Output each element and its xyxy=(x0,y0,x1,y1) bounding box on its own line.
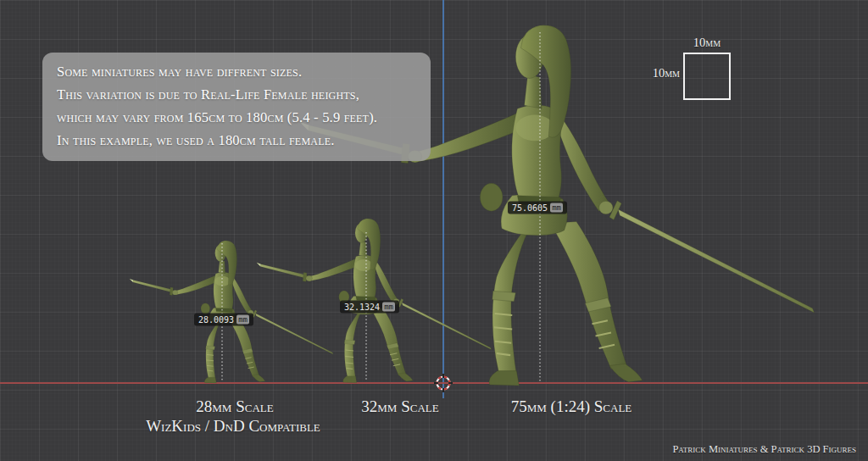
measurement-value: 32.1324 xyxy=(344,303,380,312)
reference-square-side-label: 10mm xyxy=(637,66,680,81)
measurement-unit: mm xyxy=(236,315,249,325)
measurement-unit: mm xyxy=(550,203,563,213)
scale-title-75mm: 75mm (1:24) Scale xyxy=(461,397,682,416)
info-line-3: which may vary from 165cm to 180cm (5.4 … xyxy=(57,106,416,129)
measurement-value: 28.0093 xyxy=(198,315,234,325)
3d-cursor-icon xyxy=(434,374,453,392)
scale-subtitle-28mm: WizKids / DnD Compatible xyxy=(106,417,360,436)
measurement-label-28mm: 28.0093 mm xyxy=(194,314,253,326)
info-line-2: This variation is due to Real-Life Femal… xyxy=(57,83,416,106)
measurement-unit: mm xyxy=(382,303,395,312)
3d-viewport[interactable]: Some miniatures may have diffrent sizes.… xyxy=(0,0,868,461)
scale-title-28mm: 28mm Scale xyxy=(150,397,320,416)
info-line-4: In this example, we used a 180cm tall fe… xyxy=(57,129,416,152)
reference-square-10mm xyxy=(683,53,731,100)
reference-square-top-label: 10mm xyxy=(683,36,731,50)
miniature-figure-28mm[interactable] xyxy=(130,241,333,383)
info-box: Some miniatures may have diffrent sizes.… xyxy=(42,53,431,161)
scale-title-32mm: 32mm Scale xyxy=(315,397,485,416)
measurement-label-32mm: 32.1324 mm xyxy=(340,301,399,314)
measurement-label-75mm: 75.0605 mm xyxy=(508,202,567,214)
credit-text: Patrick Miniatures & Patrick 3D Figures xyxy=(585,443,856,456)
measurement-value: 75.0605 xyxy=(512,203,548,213)
info-line-1: Some miniatures may have diffrent sizes. xyxy=(57,60,416,83)
